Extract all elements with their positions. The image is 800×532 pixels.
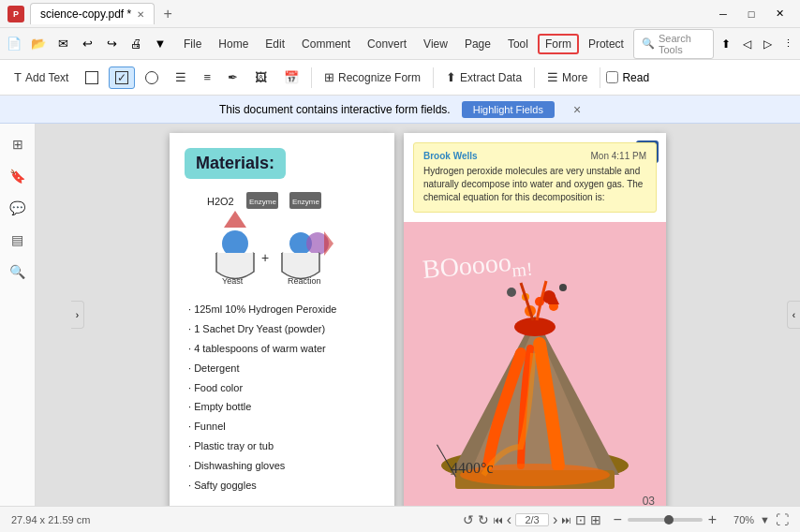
zoom-dropdown-button[interactable]: ▼: [760, 514, 770, 525]
material-item-10: Safty goggles: [188, 476, 379, 495]
page-dimensions: 27.94 x 21.59 cm: [11, 514, 90, 525]
zoom-thumb: [664, 515, 674, 525]
sidebar-thumbnail-icon[interactable]: ⊞: [5, 131, 31, 157]
last-page-button[interactable]: ⏭: [561, 514, 571, 525]
signature-icon: ✒: [228, 70, 238, 84]
material-item-9: Dishwashing gloves: [188, 456, 379, 476]
date-tool-button[interactable]: 📅: [277, 66, 305, 89]
next-page-button[interactable]: ›: [553, 511, 557, 528]
material-item-3: 4 tablespoons of warm water: [188, 339, 379, 359]
recognize-form-button[interactable]: ⊞ Recognize Form: [318, 66, 427, 89]
menu-tool[interactable]: Tool: [500, 34, 536, 54]
signature-tool-button[interactable]: ✒: [221, 66, 244, 89]
close-button[interactable]: ✕: [766, 5, 793, 23]
svg-text:Enzyme: Enzyme: [249, 198, 276, 206]
material-item-5: Food color: [188, 378, 379, 398]
zoom-level: 70%: [722, 514, 754, 525]
more-button[interactable]: ☰ More: [541, 66, 594, 89]
radio-tool-button[interactable]: [139, 66, 165, 89]
sidebar-bookmark-icon[interactable]: 🔖: [5, 163, 31, 189]
search-tools-input[interactable]: 🔍 Search Tools: [633, 29, 714, 59]
more-menu-icon[interactable]: ⋮: [780, 34, 797, 54]
redo-icon[interactable]: ↪: [101, 34, 122, 54]
temperature-value: 4400°c: [451, 460, 494, 476]
volcano-area: BOoooom!: [404, 222, 666, 506]
maximize-button[interactable]: □: [738, 5, 764, 23]
pdf-page-right: W Brook Wells Mon 4:11 PM Hydrogen perox…: [404, 133, 666, 506]
fit-width-button[interactable]: ⊞: [590, 512, 601, 527]
checkbox-tool-button[interactable]: ✓: [109, 66, 135, 89]
notification-close-button[interactable]: ×: [573, 102, 581, 117]
zoom-in-button[interactable]: +: [708, 511, 717, 528]
page-number: 03: [643, 495, 655, 506]
new-icon[interactable]: 📄: [4, 34, 24, 54]
prev-page-button[interactable]: ‹: [507, 511, 511, 528]
sidebar-layers-icon[interactable]: ▤: [5, 227, 31, 253]
tab-science-copy[interactable]: science-copy.pdf * ✕: [30, 3, 155, 24]
menu-edit[interactable]: Edit: [258, 34, 292, 54]
zoom-slider[interactable]: [628, 518, 703, 522]
print-icon[interactable]: 🖨: [126, 34, 146, 54]
material-item-6: Empty bottle: [188, 397, 379, 417]
fit-page-button[interactable]: ⊡: [575, 512, 586, 527]
comment-author: Brook Wells: [423, 151, 478, 161]
material-item-1: 125ml 10% Hydrogen Peroxide: [188, 300, 379, 319]
window-controls: ─ □ ✕: [710, 5, 793, 23]
sidebar-search-icon[interactable]: 🔍: [5, 259, 31, 285]
menu-right-area: 🔍 Search Tools ⬆ ◁ ▷ ⋮: [633, 29, 797, 59]
email-icon[interactable]: ✉: [52, 34, 73, 54]
search-tools-icon: 🔍: [642, 37, 655, 50]
select-icon: [85, 71, 98, 84]
minimize-button[interactable]: ─: [710, 5, 736, 23]
menu-comment[interactable]: Comment: [294, 34, 358, 54]
menu-form[interactable]: Form: [538, 34, 579, 54]
material-item-4: Detergent: [188, 359, 379, 378]
undo-icon[interactable]: ↩: [77, 34, 97, 54]
menu-page[interactable]: Page: [457, 34, 498, 54]
forward-icon[interactable]: ▷: [759, 34, 776, 54]
menu-protect[interactable]: Protect: [581, 34, 631, 54]
back-icon[interactable]: ◁: [738, 34, 755, 54]
more-label: More: [562, 71, 587, 84]
more-icon: ☰: [547, 70, 558, 84]
toolbar-separator-2: [433, 67, 434, 88]
svg-text:H2O2: H2O2: [207, 196, 234, 207]
fullscreen-button[interactable]: ⛶: [776, 512, 789, 527]
collapse-left-button[interactable]: ›: [71, 301, 84, 329]
highlight-fields-button[interactable]: Highlight Fields: [462, 101, 555, 118]
tab-label: science-copy.pdf *: [40, 7, 131, 21]
menu-home[interactable]: Home: [211, 34, 256, 54]
notification-text: This document contains interactive form …: [219, 103, 451, 116]
menu-view[interactable]: View: [416, 34, 455, 54]
dropdown-tool-button[interactable]: ☰: [169, 66, 193, 89]
new-tab-button[interactable]: +: [156, 3, 179, 25]
select-tool-button[interactable]: [79, 66, 105, 89]
form-toolbar: T Add Text ✓ ☰ ≡ ✒ 🖼 📅 ⊞ Recognize Form …: [0, 60, 800, 96]
listbox-tool-button[interactable]: ≡: [197, 66, 217, 89]
materials-title: Materials:: [185, 148, 379, 192]
app-logo: P: [7, 6, 24, 22]
read-checkbox[interactable]: [606, 71, 618, 83]
extract-data-button[interactable]: ⬆ Extract Data: [439, 66, 528, 89]
open-icon[interactable]: 📂: [28, 34, 49, 54]
comment-bubble: Brook Wells Mon 4:11 PM Hydrogen peroxid…: [413, 142, 657, 213]
add-text-label: Add Text: [25, 71, 68, 84]
add-text-button[interactable]: T Add Text: [7, 66, 75, 89]
rotate-left-button[interactable]: ↺: [463, 512, 474, 527]
pdf-page-left: Materials: H2O2 Enzyme Enzyme: [170, 133, 394, 506]
print-dropdown-icon[interactable]: ▼: [150, 34, 170, 54]
share-icon[interactable]: ⬆: [718, 34, 734, 54]
collapse-right-button[interactable]: ‹: [787, 301, 800, 329]
listbox-icon: ≡: [203, 70, 211, 84]
zoom-out-button[interactable]: −: [613, 511, 621, 528]
menu-file[interactable]: File: [176, 34, 209, 54]
rotate-right-button[interactable]: ↻: [478, 512, 489, 527]
svg-point-23: [559, 284, 567, 291]
titlebar: P science-copy.pdf * ✕ + ─ □ ✕: [0, 0, 800, 28]
close-tab-icon[interactable]: ✕: [137, 9, 144, 20]
menu-convert[interactable]: Convert: [360, 34, 414, 54]
first-page-button[interactable]: ⏮: [493, 514, 503, 525]
sidebar-comment-icon[interactable]: 💬: [5, 195, 31, 221]
image-tool-button[interactable]: 🖼: [248, 66, 274, 89]
diagram-area: H2O2 Enzyme Enzyme Yeast +: [185, 192, 379, 288]
